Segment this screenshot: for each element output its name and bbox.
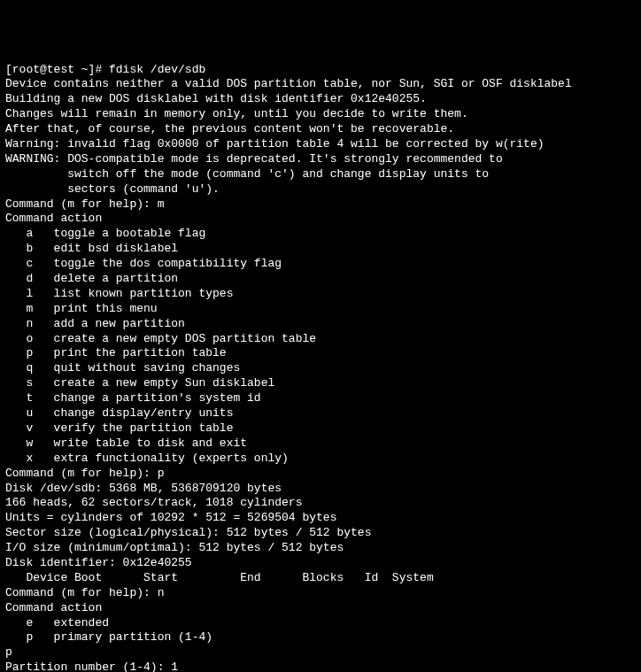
- terminal-line: Disk /dev/sdb: 5368 MB, 5368709120 bytes: [5, 482, 636, 497]
- terminal-line: sectors (command 'u').: [5, 182, 636, 197]
- terminal-line: WARNING: DOS-compatible mode is deprecat…: [5, 152, 636, 167]
- terminal-line: Device Boot Start End Blocks Id System: [5, 571, 636, 586]
- terminal-line: After that, of course, the previous cont…: [5, 122, 636, 137]
- terminal-line: c toggle the dos compatibility flag: [5, 257, 636, 272]
- terminal-line: Command (m for help): m: [5, 197, 636, 212]
- terminal-line: [root@test ~]# fdisk /dev/sdb: [5, 63, 636, 78]
- terminal-line: Building a new DOS disklabel with disk i…: [5, 92, 636, 107]
- terminal-line: I/O size (minimum/optimal): 512 bytes / …: [5, 541, 636, 556]
- terminal-line: Device contains neither a valid DOS part…: [5, 77, 636, 92]
- terminal-line: v verify the partition table: [5, 421, 636, 436]
- terminal-line: Command action: [5, 601, 636, 616]
- terminal-line: s create a new empty Sun disklabel: [5, 376, 636, 391]
- terminal-line: Disk identifier: 0x12e40255: [5, 556, 636, 571]
- terminal-line: Command (m for help): n: [5, 586, 636, 601]
- terminal-line: b edit bsd disklabel: [5, 242, 636, 257]
- terminal-line: m print this menu: [5, 302, 636, 317]
- terminal-line: Warning: invalid flag 0x0000 of partitio…: [5, 137, 636, 152]
- terminal-line: e extended: [5, 616, 636, 631]
- terminal-line: p: [5, 645, 636, 660]
- terminal-line: n add a new partition: [5, 317, 636, 332]
- terminal-line: l list known partition types: [5, 287, 636, 302]
- terminal-line: u change display/entry units: [5, 406, 636, 421]
- terminal-line: o create a new empty DOS partition table: [5, 332, 636, 347]
- terminal-line: w write table to disk and exit: [5, 436, 636, 452]
- terminal-line: x extra functionality (experts only): [5, 452, 636, 467]
- terminal-line: Units = cylinders of 10292 * 512 = 52695…: [5, 511, 636, 526]
- terminal-line: Command action: [5, 212, 636, 227]
- terminal-line: q quit without saving changes: [5, 361, 636, 376]
- terminal-line: Partition number (1-4): 1: [5, 660, 636, 672]
- terminal-output: [root@test ~]# fdisk /dev/sdbDevice cont…: [5, 63, 636, 672]
- terminal-line: p print the partition table: [5, 346, 636, 361]
- terminal-line: Changes will remain in memory only, unti…: [5, 107, 636, 122]
- terminal-line: switch off the mode (command 'c') and ch…: [5, 167, 636, 182]
- terminal-line: Sector size (logical/physical): 512 byte…: [5, 526, 636, 541]
- terminal-line: p primary partition (1-4): [5, 630, 636, 645]
- terminal-line: a toggle a bootable flag: [5, 227, 636, 242]
- terminal-line: 166 heads, 62 sectors/track, 1018 cylind…: [5, 496, 636, 511]
- terminal-line: Command (m for help): p: [5, 467, 636, 482]
- terminal-line: d delete a partition: [5, 272, 636, 287]
- terminal-line: t change a partition's system id: [5, 391, 636, 406]
